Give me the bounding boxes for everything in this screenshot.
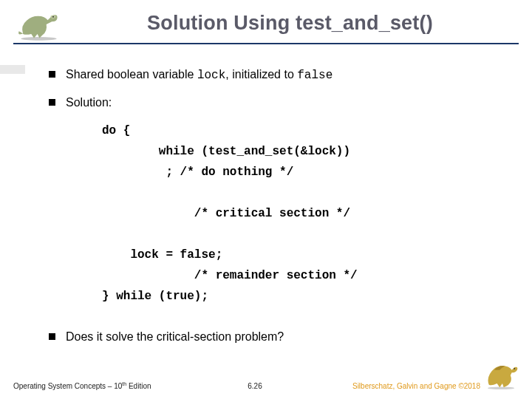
footer-left: Operating System Concepts – 10th Edition — [13, 381, 248, 390]
bullet-item: Shared boolean variable lock, initialize… — [49, 66, 517, 84]
svg-point-1 — [52, 16, 54, 18]
bullet-item: Solution: — [49, 95, 517, 111]
dino-left-icon — [15, 6, 63, 41]
svg-point-3 — [514, 368, 515, 369]
slide-content: Shared boolean variable lock, initialize… — [0, 44, 532, 345]
footer-page-number: 6.26 — [248, 382, 284, 390]
square-bullet-icon — [49, 333, 55, 340]
footer-right: Silberschatz, Galvin and Gagne ©2018 — [284, 361, 519, 390]
footer-credits: Silberschatz, Galvin and Gagne ©2018 — [352, 382, 480, 390]
svg-point-0 — [21, 37, 56, 41]
dino-right-icon — [485, 361, 519, 390]
bullet-item: Does it solve the critical-section probl… — [49, 329, 517, 345]
svg-point-2 — [488, 386, 514, 389]
square-bullet-icon — [49, 71, 55, 78]
square-bullet-icon — [49, 99, 55, 106]
bullet-text: Solution: — [66, 95, 112, 111]
slide-footer: Operating System Concepts – 10th Edition… — [0, 361, 532, 390]
left-strip — [0, 65, 25, 74]
bullet-text: Does it solve the critical-section probl… — [66, 329, 284, 345]
slide-title: Solution Using test_and_set() — [63, 7, 517, 35]
code-block: do { while (test_and_set(&lock)) ; /* do… — [102, 120, 517, 307]
bullet-text: Shared boolean variable lock, initialize… — [66, 66, 332, 84]
